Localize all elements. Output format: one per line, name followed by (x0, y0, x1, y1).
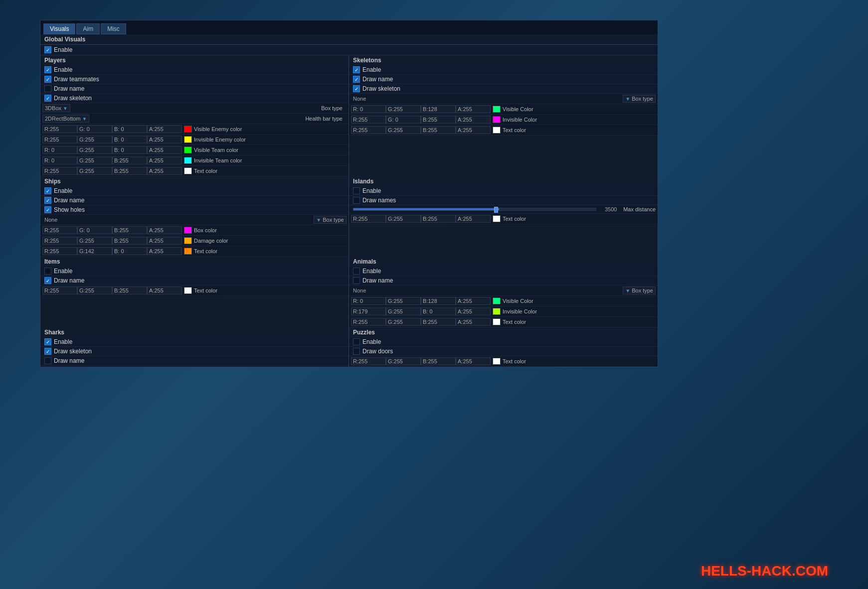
players-color-0-b[interactable]: B: 0 (112, 125, 147, 133)
skeletons-color-2-swatch[interactable] (493, 127, 501, 134)
puzzles-draw-doors-checkbox[interactable] (353, 348, 360, 355)
tab-aim[interactable]: Aim (76, 23, 100, 34)
animals-color-1-a[interactable]: A:255 (456, 307, 491, 315)
animals-box-dropdown[interactable]: ▼ Box type (623, 287, 656, 294)
skeletons-color-1-a[interactable]: A:255 (456, 116, 491, 124)
skeletons-draw-skeleton-checkbox[interactable] (353, 85, 360, 92)
animals-color-0-r[interactable]: R: 0 (351, 297, 386, 305)
ships-color-0-b[interactable]: B:255 (112, 226, 147, 234)
ships-show-holes-checkbox[interactable] (44, 206, 51, 213)
global-enable-checkbox[interactable] (44, 46, 51, 53)
players-color-4-a[interactable]: A:255 (147, 167, 182, 175)
animals-color-1-swatch[interactable] (493, 308, 501, 315)
players-color-0-g[interactable]: G: 0 (77, 125, 112, 133)
sharks-enable-checkbox[interactable] (44, 338, 51, 345)
ships-color-1-r[interactable]: R:255 (42, 237, 77, 245)
ships-color-1-b[interactable]: B:255 (112, 237, 147, 245)
players-color-0-r[interactable]: R:255 (42, 125, 77, 133)
tab-misc[interactable]: Misc (101, 23, 126, 34)
skeletons-color-1-b[interactable]: B:255 (421, 116, 456, 124)
items-color-r[interactable]: R:255 (42, 287, 77, 294)
players-color-3-b[interactable]: B:255 (112, 156, 147, 164)
players-draw-name-checkbox[interactable] (44, 85, 51, 92)
animals-color-1-b[interactable]: B: 0 (421, 307, 456, 315)
puzzles-color-a[interactable]: A:255 (456, 357, 491, 365)
ships-enable-checkbox[interactable] (44, 187, 51, 194)
items-draw-name-checkbox[interactable] (44, 277, 51, 284)
players-color-2-r[interactable]: R: 0 (42, 146, 77, 154)
islands-color-g[interactable]: G:255 (386, 215, 421, 223)
skeletons-enable-checkbox[interactable] (353, 66, 360, 73)
animals-enable-checkbox[interactable] (353, 268, 360, 275)
ships-color-2-swatch[interactable] (184, 248, 192, 255)
items-enable-checkbox[interactable] (44, 268, 51, 275)
ships-color-2-g[interactable]: G:142 (77, 247, 112, 255)
skeletons-draw-name-checkbox[interactable] (353, 76, 360, 83)
skeletons-color-1-swatch[interactable] (493, 116, 501, 123)
animals-color-0-swatch[interactable] (493, 297, 501, 304)
animals-draw-name-checkbox[interactable] (353, 277, 360, 284)
islands-enable-checkbox[interactable] (353, 187, 360, 194)
animals-color-1-r[interactable]: R:179 (351, 307, 386, 315)
players-color-1-r[interactable]: R:255 (42, 136, 77, 144)
animals-color-2-b[interactable]: B:255 (421, 318, 456, 326)
ships-draw-name-checkbox[interactable] (44, 197, 51, 204)
players-color-1-b[interactable]: B: 0 (112, 136, 147, 144)
players-color-4-b[interactable]: B:255 (112, 167, 147, 175)
players-color-3-g[interactable]: G:255 (77, 156, 112, 164)
islands-color-b[interactable]: B:255 (421, 215, 456, 223)
ships-color-0-swatch[interactable] (184, 227, 192, 234)
ships-color-2-b[interactable]: B: 0 (112, 247, 147, 255)
ships-color-1-a[interactable]: A:255 (147, 237, 182, 245)
players-color-2-g[interactable]: G:255 (77, 146, 112, 154)
players-color-0-a[interactable]: A:255 (147, 125, 182, 133)
players-color-2-b[interactable]: B: 0 (112, 146, 147, 154)
skeletons-color-2-g[interactable]: G:255 (386, 126, 421, 134)
animals-color-0-b[interactable]: B:128 (421, 297, 456, 305)
players-enable-checkbox[interactable] (44, 66, 51, 73)
ships-color-0-r[interactable]: R:255 (42, 226, 77, 234)
players-color-3-swatch[interactable] (184, 157, 192, 164)
skeletons-color-0-g[interactable]: G:255 (386, 105, 421, 113)
players-color-4-swatch[interactable] (184, 167, 192, 174)
ships-color-0-g[interactable]: G: 0 (77, 226, 112, 234)
puzzles-color-r[interactable]: R:255 (351, 357, 386, 365)
animals-color-2-a[interactable]: A:255 (456, 318, 491, 326)
skeletons-color-2-r[interactable]: R:255 (351, 126, 386, 134)
ships-color-0-a[interactable]: A:255 (147, 226, 182, 234)
players-color-3-a[interactable]: A:255 (147, 156, 182, 164)
puzzles-color-swatch[interactable] (493, 358, 501, 365)
animals-color-2-r[interactable]: R:255 (351, 318, 386, 326)
ships-box-dropdown[interactable]: ▼ Box type (314, 216, 347, 224)
sharks-draw-name-checkbox[interactable] (44, 357, 51, 364)
skeletons-color-0-a[interactable]: A:255 (456, 105, 491, 113)
islands-color-swatch[interactable] (493, 215, 501, 222)
items-color-b[interactable]: B:255 (112, 287, 147, 294)
skeletons-color-1-g[interactable]: G: 0 (386, 116, 421, 124)
players-color-1-swatch[interactable] (184, 136, 192, 143)
puzzles-color-g[interactable]: G:255 (386, 357, 421, 365)
items-color-a[interactable]: A:255 (147, 287, 182, 294)
players-color-2-a[interactable]: A:255 (147, 146, 182, 154)
items-color-g[interactable]: G:255 (77, 287, 112, 294)
islands-draw-names-checkbox[interactable] (353, 197, 360, 204)
animals-color-2-g[interactable]: G:255 (386, 318, 421, 326)
players-box-dropdown[interactable]: 3DBox ▼ (42, 104, 70, 112)
sharks-draw-skeleton-checkbox[interactable] (44, 348, 51, 355)
skeletons-color-0-swatch[interactable] (493, 106, 501, 113)
ships-color-2-r[interactable]: R:255 (42, 247, 77, 255)
animals-color-1-g[interactable]: G:255 (386, 307, 421, 315)
skeletons-color-1-r[interactable]: R:255 (351, 116, 386, 124)
skeletons-color-0-r[interactable]: R: 0 (351, 105, 386, 113)
islands-color-a[interactable]: A:255 (456, 215, 491, 223)
players-draw-teammates-checkbox[interactable] (44, 76, 51, 83)
ships-color-2-a[interactable]: A:255 (147, 247, 182, 255)
players-color-0-swatch[interactable] (184, 126, 192, 133)
players-color-4-r[interactable]: R:255 (42, 167, 77, 175)
tab-visuals[interactable]: Visuals (43, 23, 75, 34)
players-color-1-g[interactable]: G:255 (77, 136, 112, 144)
players-color-2-swatch[interactable] (184, 147, 192, 153)
puzzles-color-b[interactable]: B:255 (421, 357, 456, 365)
islands-color-r[interactable]: R:255 (351, 215, 386, 223)
skeletons-color-2-a[interactable]: A:255 (456, 126, 491, 134)
